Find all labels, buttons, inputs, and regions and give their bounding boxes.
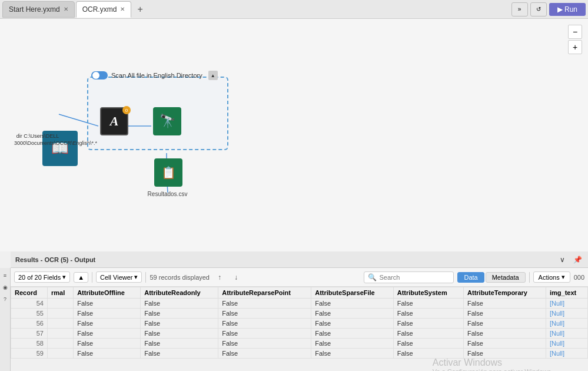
table-row[interactable]: 58 False False False False False False […: [11, 339, 588, 349]
col-attribute-sparse: AttributeSparseFile: [311, 287, 393, 299]
source-label: dir C:\Users\DELL 3000\Documents\OCCR\En…: [14, 133, 61, 147]
toolbar-sep-3: [529, 272, 530, 283]
cell-rmal: [48, 339, 74, 349]
panel-collapse-button[interactable]: ∨: [556, 254, 568, 266]
nav-back-button[interactable]: »: [511, 2, 528, 16]
watermark: Activar Windows Ve a Configuración para …: [433, 357, 553, 371]
cell-sparse: False: [311, 349, 393, 359]
group-toggle[interactable]: [91, 71, 108, 80]
cell-imgtext: [Null]: [546, 349, 587, 359]
col-attribute-reparse: AttributeReparsePoint: [218, 287, 311, 299]
canvas-area: − + 📖 dir C:\Users\DELL 3000\Documents\O…: [0, 19, 588, 251]
output-node-icon: 📋: [161, 165, 176, 180]
cell-offline: False: [74, 339, 141, 349]
col-record: Record: [11, 287, 48, 299]
cell-readonly: False: [141, 349, 218, 359]
bottom-panel-wrapper: ≡ ◉ ? Results - OCR (5) - Output ∨ 📌 20 …: [0, 251, 588, 371]
cell-imgtext: [Null]: [546, 309, 587, 319]
toolbar: 20 of 20 Fields ▾ ▲ Cell Viewer ▾ 59 rec…: [11, 268, 588, 287]
cell-sparse: False: [311, 299, 393, 309]
tab-start-close[interactable]: ✕: [64, 6, 68, 12]
cell-record: 56: [11, 319, 48, 329]
cell-record: 54: [11, 299, 48, 309]
cell-rmal: [48, 299, 74, 309]
ocr-node[interactable]: A 0: [100, 107, 128, 135]
cell-temporary: False: [464, 319, 546, 329]
cell-rmal: [48, 329, 74, 339]
tab-start-label: Start Here.yxmd: [9, 5, 60, 14]
cell-viewer-label: Cell Viewer: [100, 274, 132, 281]
results-table-container[interactable]: Record rmal AttributeOffline AttributeRe…: [11, 287, 588, 371]
search-node-icon: 🔭: [160, 114, 175, 129]
col-attribute-temporary: AttributeTemporary: [464, 287, 546, 299]
tab-start[interactable]: Start Here.yxmd ✕: [2, 1, 75, 18]
cell-offline: False: [74, 329, 141, 339]
tab-bar: Start Here.yxmd ✕ OCR.yxmd ✕ + » ↺ ▶ Run: [0, 0, 588, 19]
canvas-controls: − +: [568, 25, 582, 54]
results-table: Record rmal AttributeOffline AttributeRe…: [11, 287, 588, 359]
fields-sort-asc[interactable]: ▲: [74, 272, 88, 283]
tab-ocr[interactable]: OCR.yxmd ✕: [76, 1, 132, 18]
cell-sparse: False: [311, 319, 393, 329]
watermark-line2: Ve a Configuración para activar Windows.: [433, 368, 553, 371]
cell-offline: False: [74, 319, 141, 329]
nav-history-button[interactable]: ↺: [530, 2, 547, 16]
actions-arrow: ▾: [562, 273, 565, 281]
table-row[interactable]: 55 False False False False False False […: [11, 309, 588, 319]
col-img-text: img_text: [546, 287, 587, 299]
run-button[interactable]: ▶ Run: [549, 3, 586, 16]
zoom-in-button[interactable]: +: [568, 40, 582, 54]
tool-icon-1[interactable]: ≡: [1, 271, 9, 280]
actions-button[interactable]: Actions ▾: [533, 271, 570, 283]
tab-metadata[interactable]: Metadata: [486, 272, 526, 283]
col-attribute-offline: AttributeOffline: [74, 287, 141, 299]
sort-asc-button[interactable]: ↑: [213, 271, 226, 284]
cell-record: 55: [11, 309, 48, 319]
sort-desc-button[interactable]: ↓: [230, 271, 242, 284]
group-scroll-button[interactable]: ▲: [208, 71, 218, 80]
group-title-label: Scan All file in English Directory: [111, 72, 202, 79]
panel-pin-button[interactable]: 📌: [572, 254, 583, 266]
cell-temporary: False: [464, 329, 546, 339]
cell-offline: False: [74, 349, 141, 359]
left-tools: ≡ ◉ ?: [0, 268, 11, 371]
cell-viewer-button[interactable]: Cell Viewer ▾: [96, 271, 142, 283]
cell-system: False: [393, 319, 463, 329]
cell-temporary: False: [464, 309, 546, 319]
cell-sparse: False: [311, 329, 393, 339]
table-row[interactable]: 56 False False False False False False […: [11, 319, 588, 329]
cell-system: False: [393, 309, 463, 319]
table-row[interactable]: 57 False False False False False False […: [11, 329, 588, 339]
fields-dropdown-icon: ▾: [62, 273, 66, 281]
zoom-out-button[interactable]: −: [568, 25, 582, 39]
tool-icon-3[interactable]: ?: [1, 295, 9, 303]
table-body: 54 False False False False False False […: [11, 299, 588, 359]
tab-data[interactable]: Data: [457, 272, 484, 283]
tab-ocr-close[interactable]: ✕: [120, 6, 125, 12]
search-node[interactable]: 🔭: [153, 107, 181, 135]
cell-system: False: [393, 339, 463, 349]
records-count: 59 records displayed: [150, 274, 210, 281]
table-row[interactable]: 59 False False False False False False […: [11, 349, 588, 359]
cell-sparse: False: [311, 309, 393, 319]
tab-add-button[interactable]: +: [132, 4, 147, 15]
cell-imgtext: [Null]: [546, 339, 587, 349]
tool-icon-2[interactable]: ◉: [1, 283, 9, 292]
fields-selector[interactable]: 20 of 20 Fields ▾: [14, 271, 70, 283]
search-input[interactable]: [379, 274, 450, 281]
ocr-letter: A: [110, 114, 119, 129]
cell-system: False: [393, 299, 463, 309]
toggle-knob: [92, 72, 99, 79]
col-rmal: rmal: [48, 287, 74, 299]
cell-record: 58: [11, 339, 48, 349]
actions-label: Actions: [539, 274, 560, 281]
output-node[interactable]: 📋: [154, 158, 182, 187]
main-content: Results - OCR (5) - Output ∨ 📌 20 of 20 …: [11, 251, 588, 371]
table-row[interactable]: 54 False False False False False False […: [11, 299, 588, 309]
cell-record: 59: [11, 349, 48, 359]
cell-record: 57: [11, 329, 48, 339]
search-box[interactable]: 🔍: [364, 271, 454, 283]
cell-system: False: [393, 329, 463, 339]
col-attribute-readonly: AttributeReadonly: [141, 287, 218, 299]
cell-readonly: False: [141, 299, 218, 309]
